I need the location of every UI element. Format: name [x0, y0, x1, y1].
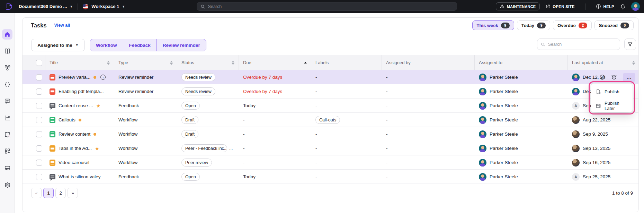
segment-review-reminder[interactable]: Review reminder: [157, 39, 206, 51]
row-checkbox[interactable]: [36, 88, 42, 95]
table-row[interactable]: Review content Workflow Draft - - - Park…: [23, 127, 638, 141]
sidebar-item-api-docs[interactable]: [2, 79, 12, 90]
info-icon[interactable]: i: [100, 75, 106, 80]
star-icon: ★: [95, 146, 99, 151]
filter-funnel-button[interactable]: [624, 39, 636, 50]
row-checkbox[interactable]: [36, 160, 42, 166]
table-search[interactable]: [537, 39, 620, 50]
task-type: Feedback: [118, 174, 139, 179]
row-checkbox[interactable]: [36, 174, 42, 180]
filter-pill-snoozed[interactable]: Snoozed 0: [594, 20, 634, 30]
menu-item-publish-later[interactable]: Publish Later: [591, 97, 633, 114]
sidebar-item-feedback[interactable]: [2, 96, 12, 106]
complete-check-icon[interactable]: [599, 74, 605, 80]
funnel-icon: [627, 42, 633, 47]
document360-logo[interactable]: [4, 2, 13, 11]
task-title[interactable]: Preview varia...: [59, 75, 90, 80]
row-checkbox[interactable]: [36, 103, 42, 109]
article-icon: [50, 131, 55, 137]
sidebar-item-analytics[interactable]: [2, 112, 12, 123]
notifications-bell-icon[interactable]: [620, 3, 626, 9]
pill-count-badge: 2: [579, 23, 587, 28]
sidebar-item-home[interactable]: [2, 29, 12, 40]
assignee-avatar: [479, 88, 486, 95]
table-search-input[interactable]: [548, 42, 616, 47]
task-title[interactable]: Tabs in the Ad...: [59, 146, 92, 151]
due-text: -: [243, 146, 245, 151]
project-switcher[interactable]: Document360 Demo ...: [19, 4, 67, 9]
user-avatar[interactable]: [631, 2, 640, 11]
row-checkbox[interactable]: [36, 117, 42, 123]
labels-cell: -: [315, 75, 317, 80]
chevron-down-icon[interactable]: ▼: [122, 5, 125, 8]
workspace-switcher[interactable]: Workspace 1: [91, 4, 119, 9]
sidebar-item-settings[interactable]: [2, 180, 12, 190]
updater-avatar: [572, 145, 580, 152]
drive-icon: [4, 165, 11, 171]
assigned-by-cell: -: [386, 146, 388, 151]
snooze-alarm-icon[interactable]: [611, 74, 617, 80]
table-row[interactable]: Tabs in the Ad...★ Workflow Peer - Feedb…: [23, 141, 638, 155]
table-row[interactable]: What is silicon valey Feedback Open Toda…: [23, 170, 638, 184]
global-search-input[interactable]: [208, 4, 453, 9]
sidebar-item-widgets[interactable]: [2, 146, 12, 156]
assignee-name: Parker Steele: [490, 146, 518, 151]
task-title[interactable]: Callouts: [59, 117, 75, 122]
table-row[interactable]: Preview varia...i Review reminder Needs …: [23, 70, 638, 84]
assigned-by-cell: -: [386, 117, 388, 122]
article-icon: [50, 145, 55, 152]
task-title[interactable]: Video carousel: [59, 160, 89, 165]
select-all-checkbox[interactable]: [36, 60, 42, 66]
pagination-page-2[interactable]: 2: [55, 188, 66, 198]
sidebar-item-categories[interactable]: [2, 62, 12, 73]
sort-last-updated[interactable]: [632, 61, 635, 65]
menu-item-publish[interactable]: Publish: [591, 86, 633, 97]
status-badge: Peer - Feedback inc...: [181, 144, 227, 152]
workflow-icon: [4, 65, 11, 71]
row-checkbox[interactable]: [36, 131, 42, 137]
labels-cell: -: [315, 89, 317, 94]
pagination-page-1[interactable]: 1: [43, 188, 54, 198]
pagination-next-button[interactable]: »: [68, 188, 78, 198]
open-site-button[interactable]: OPEN SITE: [545, 4, 574, 9]
due-text: Overdue by 7 days: [243, 75, 282, 80]
table-row[interactable]: Content reuse ...★ Feedback Open Today -…: [23, 99, 638, 113]
task-title[interactable]: Review content: [59, 131, 90, 137]
article-icon: [50, 160, 55, 166]
updated-date: Sep 13, 2025: [583, 146, 610, 151]
global-search[interactable]: [197, 2, 457, 11]
maintenance-button[interactable]: MAINTENANCE: [496, 2, 540, 10]
view-all-link[interactable]: View all: [54, 23, 70, 28]
sort-status[interactable]: [232, 61, 234, 65]
status-badge: Open: [181, 173, 200, 181]
pagination-first-button[interactable]: «: [31, 188, 42, 198]
task-title[interactable]: What is silicon valey: [59, 174, 101, 179]
segment-feedback[interactable]: Feedback: [123, 39, 157, 51]
task-title[interactable]: Enabling pdf templa...: [59, 89, 104, 94]
sidebar-item-documentation[interactable]: [2, 46, 12, 56]
table-row[interactable]: Enabling pdf templa... Review reminder N…: [23, 84, 638, 99]
assignee-avatar: [479, 74, 486, 81]
chevron-down-icon[interactable]: ▼: [70, 5, 73, 8]
row-checkbox[interactable]: [36, 74, 42, 80]
segment-workflow[interactable]: Workflow: [90, 39, 123, 51]
updated-date: Sep 9, 2025: [583, 131, 608, 137]
sidebar-item-drive[interactable]: [2, 163, 12, 173]
sidebar-item-ai-assistive[interactable]: [2, 129, 12, 140]
settings-gear-icon: [4, 182, 11, 188]
sort-title[interactable]: [107, 61, 110, 65]
task-type: Workflow: [118, 146, 137, 151]
table-row[interactable]: Video carousel Workflow Peer review - - …: [23, 155, 638, 170]
help-button[interactable]: HELP: [596, 4, 614, 9]
sort-due-active[interactable]: [304, 62, 307, 63]
table-row[interactable]: Callouts Workflow Draft - Call-outs - Pa…: [23, 113, 638, 127]
filter-pill-this-week[interactable]: This week 9: [472, 20, 514, 30]
column-assigned-by: Assigned by: [386, 60, 470, 65]
sort-type[interactable]: [170, 61, 173, 65]
assignee-filter-dropdown[interactable]: Assigned to me ▼: [31, 39, 85, 51]
filter-pill-today[interactable]: Today 9: [517, 20, 550, 30]
filter-pill-overdue[interactable]: Overdue 2: [553, 20, 592, 30]
row-checkbox[interactable]: [36, 145, 42, 152]
task-title[interactable]: Content reuse ...: [59, 103, 93, 108]
more-ellipsis-button[interactable]: ...: [623, 73, 635, 82]
